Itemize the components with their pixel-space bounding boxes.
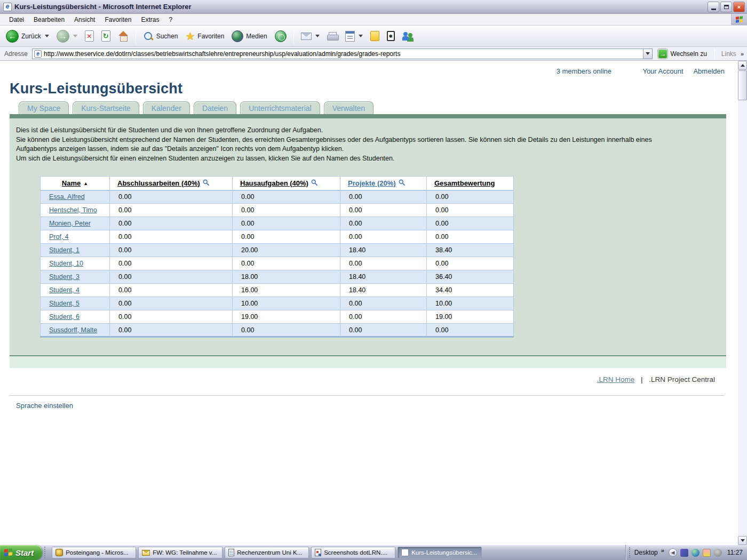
student-name-link[interactable]: Prof, 4 — [49, 233, 69, 241]
msn-tray-icon[interactable] — [692, 549, 700, 557]
student-name-link[interactable]: Essa, Alfred — [49, 193, 85, 201]
column-header-4[interactable]: Projekte (20%) — [340, 177, 427, 190]
menu-item-ansicht[interactable]: Ansicht — [69, 15, 100, 25]
toolbar-separator — [136, 28, 136, 44]
close-button[interactable]: × — [733, 2, 745, 12]
student-name-cell: Student, 5 — [41, 297, 110, 310]
scroll-down-button[interactable] — [738, 536, 747, 545]
student-name-link[interactable]: Hentschel, Timo — [49, 206, 97, 214]
details-magnifier-icon[interactable] — [396, 179, 406, 187]
tab-my-space[interactable]: My Space — [19, 101, 69, 114]
ico-doc — [228, 549, 234, 556]
windows-flag-icon — [4, 548, 13, 557]
tab-dateien[interactable]: Dateien — [194, 101, 236, 114]
table-row: Hentschel, Timo0.000.000.000.00 — [41, 204, 514, 217]
scroll-up-button[interactable] — [738, 61, 747, 70]
student-name-link[interactable]: Student, 3 — [49, 273, 80, 281]
taskbar-button-2[interactable]: FW: WG: Teilnahme v... — [138, 547, 222, 558]
links-label[interactable]: Links — [720, 50, 737, 58]
back-dropdown-icon[interactable] — [45, 35, 49, 37]
browser-toolbar: ← Zurück → ✕ ↻ Suchen ★ Favoriten Medien — [0, 26, 747, 47]
hide-icons-button[interactable]: ◀ — [669, 548, 677, 557]
favorites-button[interactable]: ★ Favoriten — [182, 30, 227, 43]
minimize-button[interactable] — [708, 2, 719, 12]
menu-item--[interactable]: ? — [164, 15, 177, 25]
column-header-2[interactable]: Abschlussarbeiten (40%) — [110, 177, 233, 190]
network-tray-icon[interactable] — [714, 549, 722, 557]
discuss-button[interactable] — [368, 30, 382, 42]
go-button[interactable]: → Wechseln zu — [656, 49, 709, 59]
tray-grip[interactable] — [629, 547, 631, 558]
home-button[interactable] — [115, 30, 131, 42]
logout-link[interactable]: Abmelden — [693, 67, 725, 75]
back-button[interactable]: ← Zurück — [3, 29, 52, 44]
history-button[interactable] — [272, 29, 289, 43]
messenger-tray-icon[interactable] — [680, 549, 688, 557]
menu-item-datei[interactable]: Datei — [4, 15, 29, 25]
sort-ascending-icon: ▲ — [83, 181, 88, 186]
contacts-button[interactable] — [400, 30, 417, 43]
print-button[interactable] — [324, 31, 340, 41]
tab-unterrichtsmaterial[interactable]: Unterrichtsmaterial — [240, 101, 320, 114]
restore-button[interactable] — [720, 2, 732, 12]
go-label: Wechseln zu — [670, 50, 706, 58]
taskbar-button-3[interactable]: Rechenzentrum Uni K... — [225, 547, 309, 558]
media-button[interactable]: Medien — [229, 29, 269, 43]
taskbar-button-1[interactable]: Posteingang - Micros... — [52, 547, 136, 558]
menu-item-bearbeiten[interactable]: Bearbeiten — [29, 15, 69, 25]
edit-button[interactable] — [343, 30, 365, 43]
forward-button[interactable]: → — [54, 29, 80, 44]
stop-button[interactable]: ✕ — [82, 29, 97, 43]
taskbar-button-4[interactable]: Screenshots dotLRN.... — [311, 547, 395, 558]
student-name-link[interactable]: Monien, Peter — [49, 220, 91, 227]
column-header-label: Hausaufgaben (40%) — [240, 179, 308, 187]
lrn-project-central-link[interactable]: .LRN Project Central — [649, 375, 715, 383]
messenger-button[interactable]: ✱ — [384, 30, 398, 42]
column-header-5[interactable]: Gesamtbewertung — [427, 177, 514, 190]
address-input[interactable]: e http://www.theservice.de/dotlrn/classe… — [32, 49, 653, 59]
grade-value-cell: 0.00 — [340, 324, 427, 337]
tab-kalender[interactable]: Kalender — [143, 101, 190, 114]
grade-value-cell: 0.00 — [427, 324, 514, 337]
refresh-button[interactable]: ↻ — [99, 29, 113, 43]
footer-separator: | — [641, 375, 643, 383]
student-name-link[interactable]: Student, 6 — [49, 313, 80, 321]
student-name-link[interactable]: Student, 1 — [49, 246, 80, 254]
search-button[interactable]: Suchen — [140, 30, 181, 43]
details-magnifier-icon[interactable] — [200, 179, 210, 187]
set-language-link[interactable]: Sprache einstellen — [16, 402, 73, 410]
description-line: Um sich die Leistungsübersicht für einen… — [16, 154, 719, 164]
menu-item-favoriten[interactable]: Favoriten — [100, 15, 136, 25]
links-chevron-icon[interactable]: » — [741, 51, 744, 57]
column-header-1[interactable]: Name▲ — [41, 177, 110, 190]
vertical-scrollbar[interactable] — [738, 61, 747, 545]
scrollbar-thumb[interactable] — [738, 70, 747, 100]
start-label: Start — [15, 548, 34, 557]
student-name-link[interactable]: Student, 4 — [49, 286, 80, 294]
grade-value-cell: 0.00 — [427, 257, 514, 270]
student-name-link[interactable]: Sussdorff, Malte — [49, 326, 97, 334]
tab-verwalten[interactable]: Verwalten — [324, 101, 374, 114]
menu-item-extras[interactable]: Extras — [136, 15, 164, 25]
student-name-link[interactable]: Student, 10 — [49, 260, 83, 267]
student-name-cell: Student, 6 — [41, 310, 110, 324]
start-button[interactable]: Start — [0, 545, 42, 560]
desktop-toolbar-label[interactable]: Desktop — [634, 549, 658, 556]
tab-kurs-startseite[interactable]: Kurs-Startseite — [73, 101, 139, 114]
student-name-link[interactable]: Student, 5 — [49, 300, 80, 307]
column-header-3[interactable]: Hausaufgaben (40%) — [233, 177, 340, 190]
address-dropdown-button[interactable] — [643, 49, 652, 59]
edit-dropdown-icon[interactable] — [359, 35, 363, 37]
mail-button[interactable] — [298, 31, 322, 41]
details-magnifier-icon[interactable] — [308, 179, 318, 187]
grade-value-cell: 0.00 — [110, 244, 233, 257]
your-account-link[interactable]: Your Account — [642, 67, 683, 75]
menu-bar: DateiBearbeitenAnsichtFavoritenExtras? — [0, 14, 747, 26]
quicklaunch-grip[interactable] — [44, 547, 49, 558]
forward-dropdown-icon[interactable] — [73, 35, 77, 37]
lrn-home-link[interactable]: .LRN Home — [597, 375, 635, 383]
taskbar-button-5[interactable]: Kurs-Leistungsübersic... — [398, 547, 482, 558]
display-tray-icon[interactable] — [703, 549, 711, 557]
tray-chevron-icon[interactable]: » — [661, 547, 664, 554]
mail-dropdown-icon[interactable] — [315, 35, 320, 37]
